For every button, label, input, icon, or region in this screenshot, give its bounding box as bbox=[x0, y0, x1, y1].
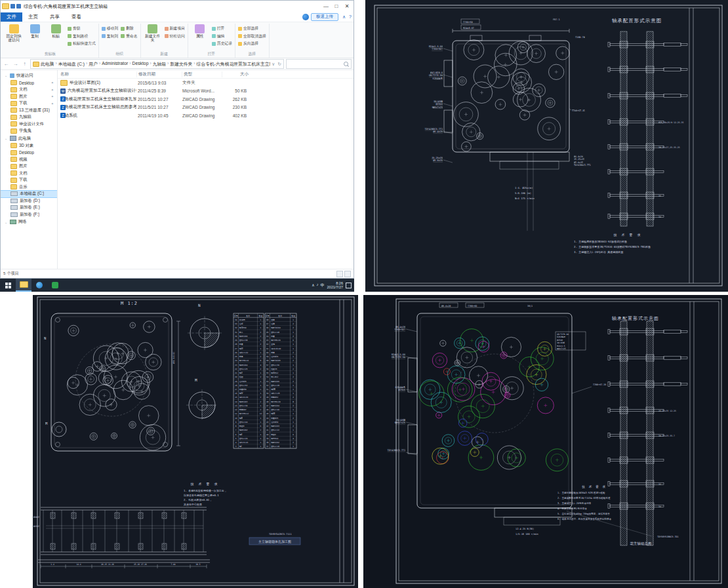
chevron-down-icon[interactable]: ⌄ bbox=[5, 136, 8, 140]
sidebar-item-图片[interactable]: 图片✦ bbox=[1, 93, 57, 100]
column-headers[interactable]: 名称修改日期类型大小 bbox=[58, 70, 354, 79]
chevron-down-icon[interactable]: ⌄ bbox=[5, 73, 8, 77]
taskbar-clock[interactable]: 8:26 2021/7/27 bbox=[327, 281, 343, 290]
breadcrumb-segment[interactable]: 用户 bbox=[89, 61, 98, 68]
sidebar-item-音乐[interactable]: 音乐 bbox=[1, 184, 57, 191]
ribbon-tab-0[interactable]: 文件 bbox=[1, 12, 22, 22]
tray-icon[interactable]: ♪ bbox=[317, 283, 319, 288]
breadcrumb-segment[interactable]: 此电脑 bbox=[41, 61, 54, 68]
quick-access-toolbar[interactable] bbox=[2, 3, 21, 9]
taskbar-edge-icon[interactable] bbox=[31, 279, 47, 292]
sidebar-item-新加卷 (E:)[interactable]: 新加卷 (E:) bbox=[1, 205, 57, 212]
ribbon-tab-3[interactable]: 查看 bbox=[66, 12, 87, 22]
file-row[interactable]: Z六角横花匣置加工机床主立轴箱总图参考...2011/5/21 10:27ZWC… bbox=[58, 104, 354, 112]
ribbon-button[interactable]: 粘贴 bbox=[47, 24, 65, 38]
svg-text:2: 2 bbox=[260, 368, 262, 370]
svg-text:Ø25k6: Ø25k6 bbox=[398, 389, 405, 391]
breadcrumb-segment[interactable]: Administrator bbox=[102, 61, 128, 68]
notification-center-icon[interactable] bbox=[346, 283, 352, 288]
file-row[interactable]: W六角横花匣置加工机床主立轴箱设计任务书2011/4/25 8:39Micros… bbox=[58, 87, 354, 96]
sidebar-item-文档[interactable]: 文档 bbox=[1, 170, 57, 177]
file-row[interactable]: 毕业设计草图(1)2015/6/13 9:03文件夹 bbox=[58, 79, 354, 87]
ribbon-button[interactable]: 全部取消选择 bbox=[238, 33, 266, 39]
breadcrumb-segment[interactable]: 九轴箱 bbox=[153, 61, 166, 68]
column-header-类型[interactable]: 类型 bbox=[182, 71, 222, 77]
taskbar-green-app-icon[interactable] bbox=[47, 279, 63, 292]
ribbon-tab-1[interactable]: 主页 bbox=[22, 12, 44, 22]
tray-icon[interactable]: 中 bbox=[321, 283, 325, 288]
taskbar-explorer-icon[interactable] bbox=[16, 279, 31, 292]
refresh-icon[interactable]: ↻ bbox=[277, 62, 281, 67]
sidebar-item-下载[interactable]: 下载 bbox=[1, 177, 57, 184]
svg-text:40: 40 bbox=[266, 433, 269, 436]
qat-icon-2[interactable] bbox=[16, 4, 21, 9]
sidebar-item-图片[interactable]: 图片 bbox=[1, 163, 57, 170]
breadcrumb-segment[interactable]: Desktop bbox=[132, 61, 149, 68]
ribbon-button[interactable]: 轻松访问 bbox=[165, 33, 185, 39]
sidebar-item-学兔兔[interactable]: 学兔兔 bbox=[1, 128, 57, 135]
fast-upload-button[interactable]: 极速上传 bbox=[311, 13, 338, 21]
svg-text:32: 32 bbox=[235, 326, 237, 329]
sidebar-item-视频[interactable]: 视频 bbox=[1, 156, 57, 163]
file-row[interactable]: Z六角横花匣置加工机床主立轴箱箱体孔加...2011/5/21 10:27ZWC… bbox=[58, 95, 354, 104]
thumbnail-view-toggle-icon[interactable] bbox=[344, 271, 351, 277]
sidebar-item-本地磁盘 (C:)[interactable]: 本地磁盘 (C:) bbox=[1, 191, 57, 198]
ribbon-button[interactable]: 编辑 bbox=[212, 33, 232, 39]
list-view-toggle-icon[interactable] bbox=[336, 271, 343, 277]
column-header-名称[interactable]: 名称 bbox=[60, 71, 137, 77]
start-button[interactable] bbox=[0, 279, 16, 292]
qat-icon-1[interactable] bbox=[10, 4, 15, 9]
forward-button[interactable]: → bbox=[12, 61, 19, 67]
ribbon-button[interactable]: 剪切 bbox=[68, 26, 96, 31]
sidebar-item-文档[interactable]: 文档✦ bbox=[1, 87, 57, 94]
breadcrumb-segment[interactable]: 新建文件夹 bbox=[170, 61, 192, 68]
sidebar-item-下载[interactable]: 下载✦ bbox=[1, 100, 57, 108]
ribbon-button[interactable]: 复制 bbox=[26, 24, 44, 38]
ribbon-button[interactable]: 新建文件夹 bbox=[144, 24, 162, 43]
ribbon-button[interactable]: 历史记录 bbox=[212, 41, 232, 47]
ribbon-button[interactable]: 固定到快速访问 bbox=[5, 24, 23, 43]
sidebar-item-3D 对象[interactable]: 3D 对象 bbox=[1, 142, 57, 149]
sidebar-section-此电脑[interactable]: ⌄此电脑 bbox=[1, 134, 57, 142]
column-header-大小[interactable]: 大小 bbox=[222, 71, 251, 77]
sidebar-section-快速访问[interactable]: ⌄快速访问 bbox=[1, 71, 57, 79]
title-bar[interactable]: 综合专机-六角横花匣置加工机床主立轴箱 — □ ✕ bbox=[1, 1, 354, 12]
help-icon[interactable]: ? bbox=[349, 14, 352, 20]
sidebar-section-网络[interactable]: ⌄网络 bbox=[1, 218, 57, 226]
sidebar-item-Desktop[interactable]: Desktop bbox=[1, 149, 57, 157]
breadcrumb-segment[interactable]: 综合专机-六角横花匣置加工机床主立轴箱 bbox=[197, 61, 271, 68]
ribbon-button[interactable]: 全部选择 bbox=[238, 26, 266, 31]
file-row[interactable]: Z传动系统2011/4/19 10:45ZWCAD Drawing402 KB bbox=[58, 111, 354, 120]
ribbon-tab-2[interactable]: 共享 bbox=[44, 12, 66, 22]
ribbon-button[interactable]: 删除 bbox=[121, 26, 137, 31]
ribbon-button[interactable]: 粘贴快捷方式 bbox=[68, 41, 96, 47]
collapse-ribbon-icon[interactable]: ∧ bbox=[342, 14, 346, 20]
sidebar-item-毕业设计文件[interactable]: 毕业设计文件 bbox=[1, 121, 57, 128]
ribbon-button[interactable]: 移动到 bbox=[102, 26, 118, 31]
maximize-button[interactable]: □ bbox=[331, 1, 342, 11]
ribbon-button[interactable]: 打开 bbox=[212, 26, 232, 31]
chevron-down-icon[interactable]: ⌄ bbox=[5, 220, 8, 224]
sidebar-item-Desktop[interactable]: Desktop✦ bbox=[1, 79, 57, 87]
address-dropdown-icon[interactable]: ∨ bbox=[272, 62, 275, 67]
search-input[interactable] bbox=[286, 59, 352, 69]
sidebar-item-九轴箱[interactable]: 九轴箱 bbox=[1, 114, 57, 121]
system-tray[interactable]: ∧♪中 8:26 2021/7/27 bbox=[312, 281, 354, 290]
breadcrumb[interactable]: 此电脑›本地磁盘 (C:)›用户›Administrator›Desktop›九… bbox=[30, 59, 284, 69]
tray-icon[interactable]: ∧ bbox=[312, 283, 314, 288]
ribbon-button[interactable]: 属性 bbox=[191, 24, 209, 38]
close-button[interactable]: ✕ bbox=[342, 1, 352, 11]
sidebar-item-新加卷 (F:)[interactable]: 新加卷 (F:) bbox=[1, 211, 57, 218]
back-button[interactable]: ← bbox=[3, 61, 10, 67]
minimize-button[interactable]: — bbox=[321, 1, 331, 11]
ribbon-button[interactable]: 复制路径 bbox=[68, 33, 96, 39]
ribbon-button[interactable]: 反向选择 bbox=[238, 41, 266, 47]
breadcrumb-segment[interactable]: 本地磁盘 (C:) bbox=[58, 61, 85, 68]
sidebar-item-新加卷 (D:)[interactable]: 新加卷 (D:) bbox=[1, 197, 57, 205]
column-header-修改日期[interactable]: 修改日期 bbox=[137, 71, 182, 77]
sidebar-item-13.三维题库 (31)[interactable]: 13.三维题库 (31) bbox=[1, 107, 57, 114]
ribbon-button[interactable]: 复制到 bbox=[102, 33, 118, 39]
ribbon-button[interactable]: 重命名 bbox=[121, 33, 137, 39]
up-button[interactable]: ↑ bbox=[21, 61, 28, 67]
ribbon-button[interactable]: 新建项目 bbox=[165, 26, 185, 31]
